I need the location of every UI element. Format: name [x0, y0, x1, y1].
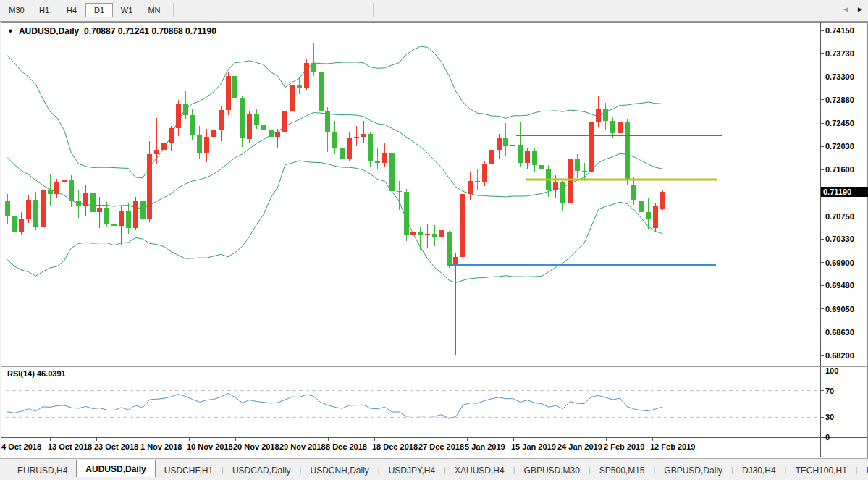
date-tick-label: 29 Nov 2018: [279, 442, 326, 451]
date-tick-label: 20 Nov 2018: [233, 442, 279, 451]
chart-tab-sp500-m15[interactable]: SP500,M15: [591, 463, 654, 478]
chart-title: ▼AUDUSD,Daily 0.70887 0.71241 0.70868 0.…: [7, 26, 216, 36]
timeframe-toolbar: M30H1H4D1W1MN: [0, 0, 868, 22]
chart-tab-usdcad-daily[interactable]: USDCAD,Daily: [224, 463, 300, 478]
price-tick-label: 0.72030: [825, 142, 854, 151]
timeframe-button-h4[interactable]: H4: [58, 3, 85, 17]
price-tick-label: 0.69050: [825, 305, 854, 313]
symbol-dropdown-icon[interactable]: ▼: [7, 28, 14, 35]
tab-scroll-left-icon[interactable]: ◄: [842, 5, 849, 13]
price-tick-label: 0.73730: [825, 49, 854, 58]
chart-tab-gbpusd-daily[interactable]: GBPUSD,Daily: [655, 463, 731, 478]
chart-tab-uko[interactable]: UKO: [858, 463, 868, 478]
price-tick-label: 0.72880: [825, 96, 854, 104]
date-tick-label: 27 Dec 2018: [418, 442, 464, 451]
chart-tab-eurusd-h4[interactable]: EURUSD,H4: [9, 463, 76, 478]
chart-symbol-period: AUDUSD,Daily: [19, 26, 79, 36]
chart-window: [1, 22, 868, 458]
chart-tab-usdjpy-h4[interactable]: USDJPY,H4: [380, 463, 444, 478]
chart-ohlc-readout: 0.70887 0.71241 0.70868 0.71190: [84, 26, 216, 36]
chart-tab-dj30-h4[interactable]: DJ30,H4: [733, 463, 785, 478]
date-tick-label: 1 Nov 2018: [140, 442, 182, 451]
date-tick-label: 8 Dec 2018: [326, 442, 367, 451]
chart-tab-usdcnh-daily[interactable]: USDCNH,Daily: [301, 463, 377, 478]
price-tick-label: 0.70330: [825, 235, 854, 243]
date-tick-label: 5 Jan 2019: [465, 442, 505, 451]
date-tick-label: 24 Jan 2019: [557, 442, 602, 451]
date-tick-label: 10 Nov 2018: [187, 442, 233, 451]
price-tick-label: 0.73300: [825, 72, 854, 81]
price-tick-label: 0.68200: [825, 351, 854, 360]
date-tick-label: 4 Oct 2018: [1, 442, 41, 451]
price-tick-label: 0.70750: [825, 212, 854, 221]
window-bottom-strip: [0, 477, 868, 480]
rsi-tick-label: 70: [825, 387, 834, 395]
price-tick-label: 0.68630: [825, 328, 854, 337]
chart-tab-audusd-daily[interactable]: AUDUSD,Daily: [76, 460, 155, 478]
rsi-tick-label: 30: [825, 413, 834, 421]
price-tick-label: 0.72450: [825, 119, 854, 127]
price-tick-label: 0.69900: [825, 258, 854, 267]
chart-tab-tech100-h1[interactable]: TECH100,H1: [786, 463, 855, 478]
tab-scroll-arrows: ◄►: [842, 5, 864, 13]
timeframe-button-w1[interactable]: W1: [113, 3, 140, 17]
date-tick-label: 18 Dec 2018: [372, 442, 418, 451]
chart-tab-xauusd-h4[interactable]: XAUUSD,H4: [446, 463, 513, 478]
timeframe-button-m30[interactable]: M30: [3, 3, 30, 17]
date-tick-label: 15 Jan 2019: [511, 442, 556, 451]
tab-scroll-right-icon[interactable]: ►: [856, 5, 864, 13]
current-price-tag: 0.71190: [821, 187, 868, 197]
date-tick-label: 2 Feb 2019: [604, 442, 644, 451]
price-tick-label: 0.71600: [825, 165, 854, 174]
timeframe-button-d1[interactable]: D1: [85, 3, 113, 17]
date-tick-label: 12 Feb 2019: [650, 442, 695, 451]
date-tick-label: 13 Oct 2018: [48, 442, 92, 451]
toolbar-separator: [173, 3, 174, 17]
timeframe-button-h1[interactable]: H1: [30, 3, 58, 17]
chart-tab-gbpusd-m30[interactable]: GBPUSD,M30: [515, 463, 589, 478]
rsi-tick-label: 0: [825, 433, 830, 442]
rsi-indicator-label: RSI(14) 46.0391: [7, 369, 66, 378]
date-tick-label: 23 Oct 2018: [94, 442, 138, 451]
price-tick-label: 0.74150: [825, 26, 854, 35]
chart-tab-usdchf-h1[interactable]: USDCHF,H1: [156, 463, 222, 478]
rsi-tick-label: 100: [825, 366, 838, 375]
chart-tabbar: EURUSD,H4AUDUSD,DailyUSDCHF,H1|USDCAD,Da…: [0, 458, 868, 478]
price-tick-label: 0.69480: [825, 281, 854, 290]
toolbar-separator: [373, 3, 374, 17]
timeframe-button-mn[interactable]: MN: [140, 3, 168, 17]
